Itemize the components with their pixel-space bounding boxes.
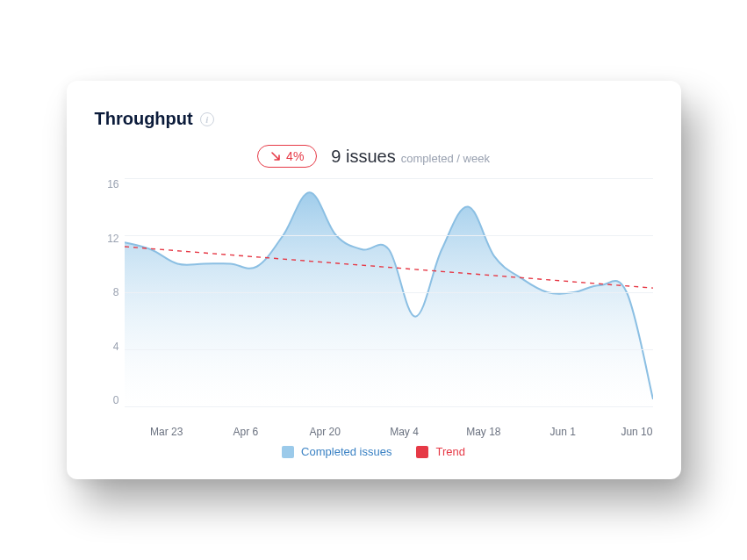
metric-suffix: completed / week	[401, 152, 490, 165]
summary-row: 4% 9 issues completed / week	[95, 145, 653, 168]
throughput-card: Throughput i 4% 9 issues completed / wee…	[67, 81, 681, 479]
card-title: Throughput	[95, 109, 193, 129]
arrow-down-right-icon	[270, 151, 281, 162]
legend-label-completed: Completed issues	[301, 445, 391, 458]
swatch-completed-icon	[282, 446, 294, 458]
x-tick: Mar 23	[150, 426, 183, 438]
x-tick: May 4	[390, 426, 419, 438]
legend-item-trend: Trend	[416, 445, 464, 458]
y-tick: 12	[107, 233, 119, 245]
x-tick: Jun 10	[621, 426, 652, 438]
metric: 9 issues completed / week	[331, 147, 490, 167]
chart: 16 12 8 4 0 Mar 23Apr 6Apr 20May 4May 18…	[95, 178, 653, 442]
title-row: Throughput i	[95, 109, 653, 129]
metric-value: 9 issues	[331, 147, 395, 167]
trend-badge-value: 4%	[286, 149, 304, 163]
x-tick: Apr 20	[310, 426, 341, 438]
plot-area	[125, 178, 653, 406]
y-tick: 4	[113, 341, 119, 353]
y-tick: 8	[113, 286, 119, 298]
y-tick: 16	[107, 178, 119, 190]
x-tick: Apr 6	[233, 426, 259, 438]
x-tick: May 18	[466, 426, 500, 438]
y-axis: 16 12 8 4 0	[95, 178, 125, 406]
trend-badge: 4%	[257, 145, 317, 168]
x-tick: Jun 1	[549, 426, 575, 438]
legend-item-completed: Completed issues	[282, 445, 391, 458]
legend: Completed issues Trend	[95, 445, 653, 458]
y-tick: 0	[113, 394, 119, 406]
swatch-trend-icon	[416, 446, 428, 458]
info-icon[interactable]: i	[200, 112, 214, 126]
legend-label-trend: Trend	[435, 445, 464, 458]
